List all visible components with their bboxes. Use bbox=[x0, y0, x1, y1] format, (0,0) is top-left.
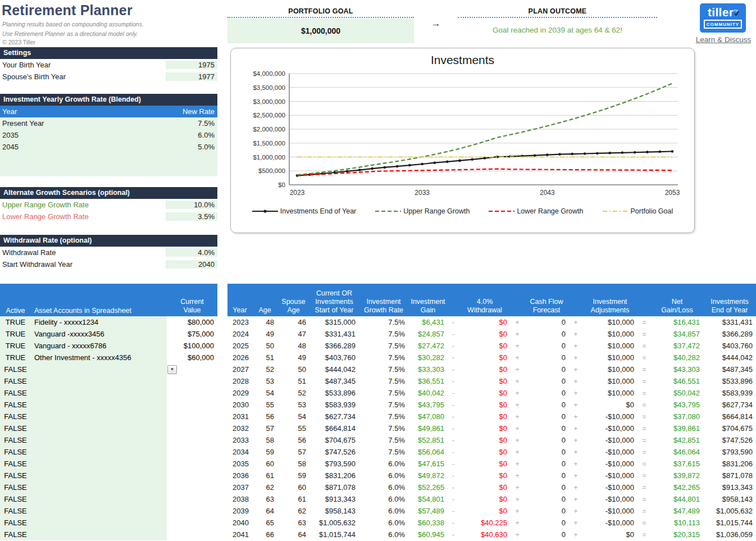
legend-item: Lower Range Growth bbox=[489, 207, 583, 215]
account-name-cell[interactable]: Vanguard -xxxxx3456 bbox=[31, 328, 167, 340]
account-name-cell[interactable] bbox=[31, 505, 167, 517]
growth-rate-input[interactable]: 5.0% bbox=[166, 143, 217, 151]
spouse-birth-year-input[interactable]: 1977 bbox=[166, 72, 217, 81]
growth-year[interactable]: 2035 bbox=[0, 131, 166, 139]
growth-rate-input[interactable]: 7.5% bbox=[166, 119, 217, 128]
learn-discuss-link[interactable]: Learn & Discuss bbox=[693, 35, 754, 44]
table-cell: $37,080 bbox=[651, 412, 703, 421]
table-cell: $583,939 bbox=[703, 389, 756, 397]
account-active-cell[interactable]: TRUE bbox=[0, 316, 31, 328]
account-active-cell[interactable]: FALSE bbox=[0, 375, 31, 387]
account-value-cell[interactable]: $80,000 bbox=[167, 318, 217, 326]
account-active-cell[interactable]: TRUE bbox=[0, 328, 31, 340]
account-active-cell[interactable]: FALSE bbox=[0, 363, 31, 375]
table-cell: + bbox=[511, 437, 524, 444]
account-name-cell[interactable] bbox=[31, 470, 167, 481]
account-active-cell[interactable]: FALSE bbox=[0, 493, 31, 505]
start-withdrawal-row: Start Withdrawal Year 2040 bbox=[0, 258, 217, 270]
account-name-cell[interactable] bbox=[31, 493, 167, 505]
birth-year-input[interactable]: 1975 bbox=[166, 61, 217, 69]
account-dropdown-button[interactable]: ▼ bbox=[167, 365, 177, 374]
account-name-cell[interactable] bbox=[31, 529, 167, 540]
table-cell: $52,265 bbox=[408, 483, 448, 492]
table-cell: 57 bbox=[277, 448, 309, 456]
lower-range-input[interactable]: 3.5% bbox=[166, 212, 217, 221]
col-current-value: Current Value bbox=[167, 298, 217, 315]
account-active-cell[interactable]: TRUE bbox=[0, 352, 31, 363]
account-value-cell[interactable]: ▼ bbox=[167, 365, 217, 374]
table-cell: $0 bbox=[459, 495, 511, 503]
col-year: Year bbox=[0, 107, 166, 116]
account-active-cell[interactable]: FALSE bbox=[0, 399, 31, 411]
svg-text:$2,000,000: $2,000,000 bbox=[253, 126, 285, 133]
growth-rate-input[interactable]: 6.0% bbox=[166, 131, 217, 139]
account-active-cell[interactable]: FALSE bbox=[0, 387, 31, 399]
table-cell: 58 bbox=[252, 436, 277, 444]
account-active-cell[interactable]: TRUE bbox=[0, 340, 31, 352]
account-active-cell[interactable]: FALSE bbox=[0, 434, 31, 446]
table-cell: $10,000 bbox=[582, 365, 637, 374]
table-cell: + bbox=[569, 507, 582, 515]
start-withdrawal-input[interactable]: 2040 bbox=[166, 260, 217, 269]
empty-growth-rows[interactable] bbox=[0, 153, 217, 176]
account-active-cell[interactable]: FALSE bbox=[0, 411, 31, 422]
account-name-cell[interactable]: Vanguard - xxxxx6786 bbox=[31, 340, 167, 352]
account-name-cell[interactable] bbox=[31, 481, 167, 493]
account-name-cell[interactable]: Fidelity - xxxxx1234 bbox=[31, 316, 167, 328]
column-header bbox=[569, 315, 582, 316]
account-name-cell[interactable] bbox=[31, 517, 167, 529]
account-name-cell[interactable] bbox=[31, 399, 167, 411]
table-cell: 2027 bbox=[227, 365, 252, 374]
growth-year[interactable]: Present Year bbox=[0, 119, 166, 128]
table-cell: + bbox=[569, 342, 582, 350]
svg-text:$0: $0 bbox=[278, 181, 285, 188]
account-name-cell[interactable] bbox=[31, 411, 167, 422]
table-cell: -$10,000 bbox=[582, 471, 637, 480]
withdrawal-rate-input[interactable]: 4.0% bbox=[166, 248, 217, 257]
portfolio-goal-label: PORTFOLIO GOAL bbox=[227, 4, 414, 18]
account-active-cell[interactable]: FALSE bbox=[0, 505, 31, 517]
table-cell: $958,143 bbox=[309, 507, 359, 515]
account-value-cell[interactable]: $75,000 bbox=[167, 330, 217, 338]
account-value-cell[interactable]: $100,000 bbox=[167, 342, 217, 350]
table-cell: + bbox=[511, 519, 524, 527]
table-row: 20325755$664,8147.5%$49,861-$0+0+-$10,00… bbox=[227, 422, 756, 434]
table-cell: 57 bbox=[252, 424, 277, 433]
column-header: Investment Gain bbox=[408, 298, 448, 316]
account-value-cell[interactable]: $60,000 bbox=[167, 353, 217, 362]
growth-rate-header: Investment Yearly Growth Rate (Blended) bbox=[0, 94, 217, 106]
account-active-cell[interactable]: FALSE bbox=[0, 446, 31, 458]
table-cell: $49,861 bbox=[408, 424, 448, 433]
growth-year[interactable]: 2045 bbox=[0, 143, 166, 151]
table-cell: 52 bbox=[252, 365, 277, 374]
retirement-planner-page: Retirement Planner Planning results base… bbox=[0, 0, 756, 541]
account-name-cell[interactable] bbox=[31, 446, 167, 458]
account-active-cell[interactable]: FALSE bbox=[0, 470, 31, 481]
growth-rate-row: 2045 5.0% bbox=[0, 141, 217, 153]
account-name-cell[interactable] bbox=[31, 458, 167, 470]
account-name-cell[interactable] bbox=[31, 387, 167, 399]
account-row: TRUEOther Investment - xxxxx4356$60,000 bbox=[0, 352, 217, 363]
tiller-community-logo[interactable]: tillerTM COMMUNITY bbox=[700, 3, 746, 33]
account-name-cell[interactable] bbox=[31, 434, 167, 446]
table-cell: - bbox=[448, 425, 459, 433]
account-active-cell[interactable]: FALSE bbox=[0, 458, 31, 470]
account-active-cell[interactable]: FALSE bbox=[0, 481, 31, 493]
table-cell: + bbox=[511, 495, 524, 503]
page-title: Retirement Planner bbox=[2, 2, 217, 19]
asset-accounts-table: Active Asset Accounts in Spreadsheet Cur… bbox=[0, 284, 217, 540]
account-name-cell[interactable]: Other Investment - xxxxx4356 bbox=[31, 352, 167, 363]
table-cell: + bbox=[511, 507, 524, 515]
account-name-cell[interactable] bbox=[31, 375, 167, 387]
portfolio-goal-input[interactable]: $1,000,000 bbox=[227, 19, 414, 43]
table-cell: - bbox=[448, 401, 459, 409]
account-name-cell[interactable] bbox=[31, 363, 167, 375]
growth-rate-row: 2035 6.0% bbox=[0, 129, 217, 141]
account-active-cell[interactable]: FALSE bbox=[0, 517, 31, 529]
account-name-cell[interactable] bbox=[31, 422, 167, 434]
table-cell: $444,042 bbox=[703, 353, 756, 362]
table-cell: $42,851 bbox=[651, 436, 703, 444]
account-active-cell[interactable]: FALSE bbox=[0, 422, 31, 434]
upper-range-input[interactable]: 10.0% bbox=[166, 201, 217, 209]
account-active-cell[interactable]: FALSE bbox=[0, 529, 31, 540]
